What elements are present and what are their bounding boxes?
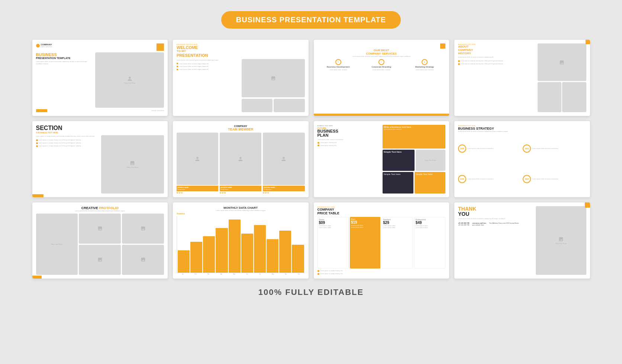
slide12-address-block: Your Address Goes more 123 Country Name	[489, 222, 519, 226]
member-1: MEMBER NAME Designation	[177, 133, 218, 194]
price-col-3: Standard $29 Lorem ipsum dolor Lorem ips…	[381, 217, 413, 269]
slide12-phone-block: +01 123 456 789 +01 123 456 780	[458, 222, 469, 226]
slide12-body: Lorem ipsum dolor sit amet consectetur a…	[458, 218, 534, 220]
slide7-title: BUSINESS	[318, 129, 380, 133]
bar-1	[178, 250, 190, 273]
service2-text: Lorem ipsum dolor sit amet	[373, 69, 390, 71]
bar-4	[216, 228, 228, 273]
price-col-2: Basic $19 Lorem ipsum dolor Lorem ipsum …	[350, 217, 380, 269]
slide7-card4: Simple Text Here	[415, 172, 445, 194]
bar-7	[254, 225, 266, 273]
slide-12: THANK YOU Lorem ipsum dolor sit amet con…	[454, 202, 590, 279]
slide12-phone2: +01 123 456 780	[458, 224, 469, 226]
year-2022: 2022 Lorem ipsum dolor sit amet consecte…	[523, 165, 586, 194]
slide5-photo: Place Your Photo	[101, 135, 164, 194]
year4-circle: 2022	[523, 175, 531, 183]
slide1-subheading: PRESENTATION TEMPLATE	[36, 57, 93, 59]
bar-6	[241, 234, 253, 273]
year-2021: 2021 Lorem ipsum dolor sit amet consecte…	[523, 134, 586, 163]
year1-text: Lorem ipsum dolor sit amet consectetur	[467, 147, 493, 150]
year-2020: 2020 Lorem ipsum dolor sit amet consecte…	[458, 165, 521, 194]
slide4-b1: Lorem ipsum is simply dummy text of the …	[461, 60, 503, 62]
slide-1: COMPANY tagline goes here BUSINESS PRESE…	[32, 40, 168, 116]
portfolio-photo4	[79, 245, 121, 275]
slide2-tomy: TO MY	[177, 50, 305, 53]
header-badge: BUSINESS PRESENTATION TEMPLATE	[221, 11, 401, 29]
slide9-title: CREATIVE PROTFOLIO	[36, 206, 164, 210]
portfolio-photo2	[79, 214, 121, 244]
slide7-card3: Simple Text Here	[383, 172, 413, 194]
bar-2	[190, 242, 202, 273]
slide-2: A BUSINESS SUBTITLE HERE WELCOME TO MY P…	[173, 40, 309, 116]
slide12-website: your website here	[472, 224, 486, 226]
slide1-photo: Place Your Photo	[95, 52, 164, 108]
slide8-title: BUSINESS STRATEGY	[458, 127, 586, 130]
slide-5: SECTION A BUSINESS TEXT HERE Lorem ipsum…	[32, 121, 168, 197]
slide5-section: SECTION	[36, 125, 164, 131]
slide4-body: Lorem ipsum dolor sit amet consectetur a…	[458, 56, 538, 58]
service1-label: Business Development	[327, 66, 349, 68]
slide1-website: website name here	[151, 110, 164, 112]
slide2-body: Lorem ipsum dolor sit amet great consect…	[177, 59, 239, 61]
slide7-card3-title: Simple Text Here	[384, 173, 412, 175]
portfolio-photo3	[122, 214, 164, 244]
member3-role: Designation	[264, 188, 304, 191]
slide4-photo3	[562, 82, 586, 112]
service2-label: Corporate Branding	[372, 66, 391, 68]
year4-text: Lorem ipsum dolor sit amet consectetur	[532, 178, 558, 180]
service1-text: Lorem ipsum dolor sit amet	[329, 69, 347, 71]
slide4-title3: HISTORY	[458, 52, 538, 55]
slide5-photo-label: Place Your Photo	[127, 166, 138, 169]
slide1-photo-label: Place Your Photo	[124, 82, 135, 84]
year2-circle: 2020	[458, 175, 466, 183]
member-2: MEMBER NAME Designation	[220, 133, 261, 194]
price1: $09	[319, 221, 347, 225]
year1-circle: 2019	[458, 144, 466, 153]
slide7-title2: PLAN	[318, 133, 380, 137]
slide3-title2: COMPANY SERVICES	[318, 52, 446, 55]
slides-grid: COMPANY tagline goes here BUSINESS PRESE…	[32, 40, 590, 279]
slide11-title2: PRICE TABLE	[318, 212, 446, 215]
year2-text: Lorem ipsum dolor sit amet consectetur	[467, 178, 493, 180]
slide-9: CREATIVE PROTFOLIO Lorem ipsum dolor sit…	[32, 202, 168, 279]
slide2-photo-main	[242, 59, 304, 97]
year-2019: 2019 Lorem ipsum dolor sit amet consecte…	[458, 134, 521, 163]
price-col-4: Professional $49 Lorem ipsum dolor Lorem…	[414, 217, 445, 269]
bar-10	[292, 245, 304, 273]
service-2: ◎ Corporate Branding Lorem ipsum dolor s…	[361, 59, 402, 71]
portfolio-photo1: Place Your Photo	[36, 214, 78, 275]
slide6-title: COMPANY	[177, 125, 305, 127]
slide12-thank: THANK	[458, 206, 534, 211]
member-3: MEMBER NAME Designation	[263, 133, 304, 194]
slide-3: OUR BEST COMPANY SERVICES Lorem ipsum do…	[314, 40, 449, 116]
slide7-card2: Simple Text Here	[383, 150, 415, 171]
year3-circle: 2021	[523, 144, 531, 153]
slide12-address: Your Address Goes more 123 Country Name	[489, 222, 519, 224]
slide-11: A BUSINESS TEXT HERE COMPANY PRICE TABLE…	[314, 202, 449, 279]
price3: $29	[383, 221, 411, 225]
member1-photo	[177, 133, 218, 185]
slide12-you: YOU	[458, 211, 534, 217]
slide6-subtitle: TEAM MEMBER	[177, 127, 305, 131]
tagline: tagline goes here	[41, 46, 52, 48]
slide10-title: MONTHLY DATA CHART	[177, 206, 305, 209]
slide2-welcome: WELCOME	[177, 45, 305, 50]
slide-4: A BUSINESS TEXT HERE ABOUT COMPANY HISTO…	[454, 40, 590, 116]
slide5-bottom-orange	[32, 194, 43, 197]
slide5-body: Lorem ipsum is simply dummy text Industr…	[36, 135, 99, 137]
member2-role: Designation	[220, 188, 261, 191]
service3-text: Lorem ipsum dolor sit amet	[416, 69, 434, 71]
portfolio-photo5	[122, 245, 164, 275]
slide2-photo-sm2	[274, 99, 304, 112]
slide7-photo: Place Your Photo	[416, 150, 445, 171]
slide-10: MONTHLY DATA CHART Lorem ipsum dolor sit…	[173, 202, 309, 279]
bar-8	[267, 239, 278, 273]
slide5-b2: Lorem ipsum is simply dummy text of the …	[39, 142, 81, 144]
slide5-b1: Lorem ipsum is simply dummy text of the …	[39, 139, 81, 141]
header-title: BUSINESS PRESENTATION TEMPLATE	[236, 16, 386, 24]
price2: $19	[351, 220, 379, 224]
slide-7: A SIMPLE TEXT HERE FUTURE BUSINESS PLAN …	[314, 121, 449, 197]
bar-5	[229, 220, 241, 273]
service3-label: Marketing Strategy	[415, 66, 434, 68]
slide3-title1: OUR BEST	[318, 49, 446, 52]
